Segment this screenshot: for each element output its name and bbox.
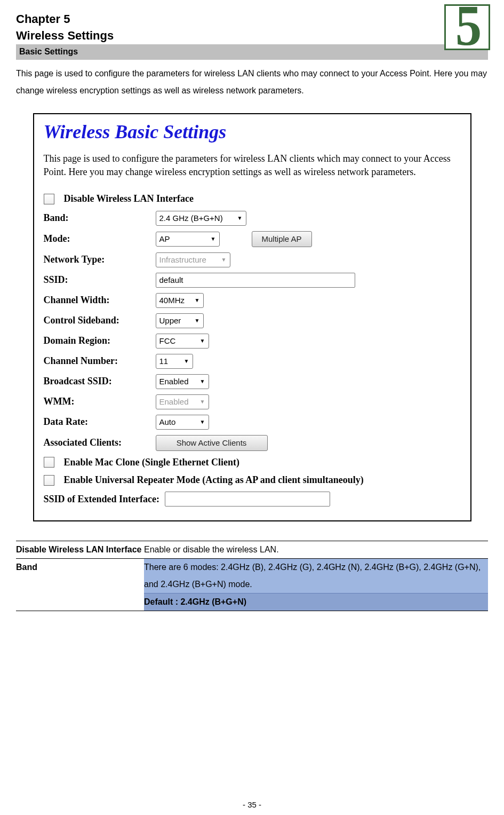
repeater-label: Enable Universal Repeater Mode (Acting a…	[64, 474, 364, 486]
chevron-down-icon: ▼	[221, 256, 227, 263]
intro-paragraph: This page is used to configure the param…	[16, 65, 488, 99]
ssid-label: SSID:	[44, 274, 156, 286]
network-type-row: Network Type: Infrastructure ▼	[44, 252, 462, 267]
wmm-select: Enabled ▼	[156, 394, 209, 409]
associated-clients-label: Associated Clients:	[44, 437, 156, 449]
chevron-down-icon: ▼	[195, 317, 200, 324]
band-select[interactable]: 2.4 GHz (B+G+N) ▼	[156, 211, 246, 226]
chevron-down-icon: ▼	[184, 358, 189, 365]
channel-number-value: 11	[159, 356, 169, 367]
ssid-row: SSID:	[44, 273, 462, 288]
chevron-down-icon: ▼	[200, 378, 205, 385]
data-rate-select[interactable]: Auto ▼	[156, 415, 209, 430]
chevron-down-icon: ▼	[200, 418, 205, 425]
repeater-row: Enable Universal Repeater Mode (Acting a…	[44, 474, 462, 486]
param-name: Band	[16, 559, 144, 611]
channel-width-label: Channel Width:	[44, 294, 156, 306]
channel-number-select[interactable]: 11 ▼	[156, 354, 193, 369]
parameters-table: Disable Wireless LAN Interface Enable or…	[16, 541, 488, 611]
section-header: Basic Settings	[16, 44, 488, 60]
network-type-select: Infrastructure ▼	[156, 252, 230, 267]
multiple-ap-button[interactable]: Multiple AP	[252, 231, 312, 247]
mac-clone-label: Enable Mac Clone (Single Ethernet Client…	[64, 456, 239, 469]
band-value: 2.4 GHz (B+G+N)	[159, 213, 223, 224]
channel-width-select[interactable]: 40MHz ▼	[156, 293, 204, 308]
param-desc: There are 6 modes: 2.4GHz (B), 2.4GHz (G…	[144, 559, 488, 594]
associated-clients-row: Associated Clients: Show Active Clients	[44, 435, 462, 451]
channel-width-value: 40MHz	[159, 295, 185, 306]
domain-region-label: Domain Region:	[44, 335, 156, 347]
network-type-label: Network Type:	[44, 254, 156, 266]
wireless-settings-screenshot: Wireless Basic Settings This page is use…	[33, 113, 471, 521]
mac-clone-checkbox[interactable]	[44, 457, 54, 468]
table-row: Band There are 6 modes: 2.4GHz (B), 2.4G…	[16, 559, 488, 594]
control-sideband-label: Control Sideband:	[44, 314, 156, 327]
screenshot-intro: This page is used to configure the param…	[44, 152, 462, 179]
control-sideband-value: Upper	[159, 315, 181, 326]
mode-select[interactable]: AP ▼	[156, 232, 220, 247]
channel-number-row: Channel Number: 11 ▼	[44, 354, 462, 369]
control-sideband-row: Control Sideband: Upper ▼	[44, 313, 462, 328]
domain-region-row: Domain Region: FCC ▼	[44, 334, 462, 349]
domain-region-value: FCC	[159, 336, 176, 346]
mac-clone-row: Enable Mac Clone (Single Ethernet Client…	[44, 456, 462, 469]
data-rate-value: Auto	[159, 417, 176, 428]
band-label: Band:	[44, 212, 156, 224]
network-type-value: Infrastructure	[159, 255, 206, 265]
repeater-checkbox[interactable]	[44, 475, 54, 486]
screenshot-title: Wireless Basic Settings	[44, 120, 462, 145]
control-sideband-select[interactable]: Upper ▼	[156, 313, 204, 328]
broadcast-ssid-row: Broadcast SSID: Enabled ▼	[44, 374, 462, 389]
mode-row: Mode: AP ▼ Multiple AP	[44, 231, 462, 247]
param-desc: Enable or disable the wireless LAN.	[144, 541, 488, 559]
chevron-down-icon: ▼	[237, 215, 243, 221]
broadcast-ssid-select[interactable]: Enabled ▼	[156, 374, 209, 389]
wmm-label: WMM:	[44, 395, 156, 408]
broadcast-ssid-value: Enabled	[159, 376, 189, 387]
param-name: Disable Wireless LAN Interface	[16, 541, 144, 559]
data-rate-row: Data Rate: Auto ▼	[44, 415, 462, 430]
chevron-down-icon: ▼	[211, 235, 216, 242]
band-row: Band: 2.4 GHz (B+G+N) ▼	[44, 211, 462, 226]
chapter-number-line: Chapter 5	[16, 12, 488, 27]
data-rate-label: Data Rate:	[44, 416, 156, 428]
chevron-down-icon: ▼	[200, 337, 205, 344]
mode-label: Mode:	[44, 233, 156, 245]
chapter-number-digit: 5	[455, 4, 481, 50]
chapter-number-decoration: 5	[444, 4, 490, 50]
extended-ssid-row: SSID of Extended Interface:	[44, 492, 462, 507]
disable-wlan-label: Disable Wireless LAN Interface	[64, 193, 194, 205]
chevron-down-icon: ▼	[200, 398, 205, 405]
param-default: Default : 2.4GHz (B+G+N)	[144, 594, 488, 611]
wmm-row: WMM: Enabled ▼	[44, 394, 462, 409]
chapter-subtitle: Wireless Settings	[16, 28, 488, 44]
ssid-input[interactable]	[156, 273, 355, 288]
page-number: - 35 -	[0, 800, 504, 810]
param-default-text: Default : 2.4GHz (B+G+N)	[144, 597, 246, 606]
channel-width-row: Channel Width: 40MHz ▼	[44, 293, 462, 308]
broadcast-ssid-label: Broadcast SSID:	[44, 375, 156, 387]
extended-ssid-input[interactable]	[165, 492, 330, 507]
disable-wlan-checkbox[interactable]	[44, 194, 54, 204]
chevron-down-icon: ▼	[195, 297, 200, 304]
disable-wlan-row: Disable Wireless LAN Interface	[44, 193, 462, 205]
wmm-value: Enabled	[159, 397, 189, 407]
show-active-clients-button[interactable]: Show Active Clients	[156, 435, 268, 451]
domain-region-select[interactable]: FCC ▼	[156, 334, 209, 349]
channel-number-label: Channel Number:	[44, 355, 156, 367]
mode-value: AP	[159, 234, 170, 244]
extended-ssid-label: SSID of Extended Interface:	[44, 493, 160, 505]
table-row: Disable Wireless LAN Interface Enable or…	[16, 541, 488, 559]
